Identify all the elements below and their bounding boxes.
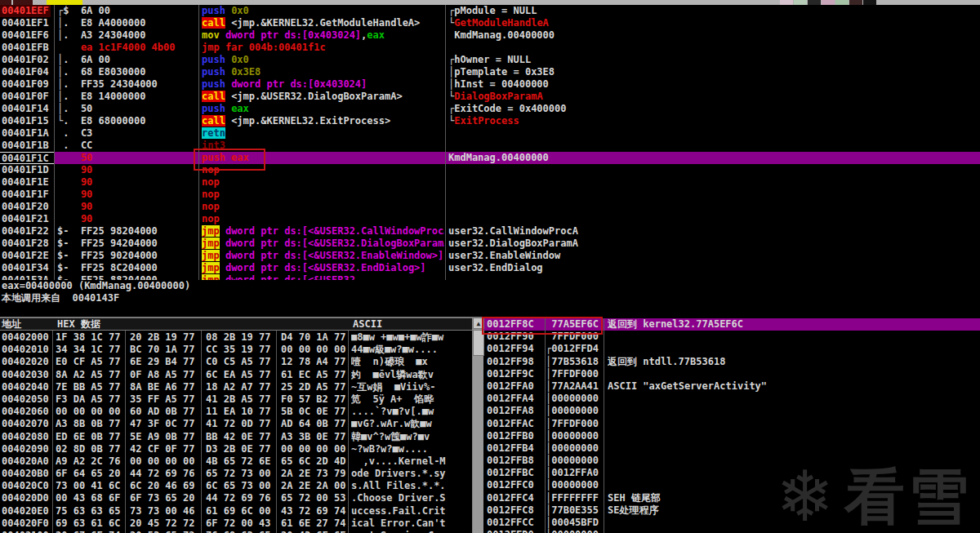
- scroll-up-icon[interactable]: ▲: [473, 318, 484, 329]
- hex-bytes-cell: F3 DA A5 77: [56, 393, 120, 406]
- stack-row[interactable]: 0012FFA0│77A2AA41ASCII "axGetServerActiv…: [483, 380, 980, 393]
- hexdump-row[interactable]: 004020A0A9 A2 2C 7600 00 00 004B 65 72 6…: [0, 455, 472, 468]
- stack-comment-cell: [608, 479, 980, 491]
- stack-address-cell: 0012FFCC: [487, 517, 534, 529]
- bytes-cell: 90: [57, 164, 92, 176]
- hexdump-row[interactable]: 004020D000 43 68 6F6F 73 65 2044 72 69 7…: [0, 492, 472, 504]
- disasm-row[interactable]: 00401F1F 90nop: [0, 189, 980, 201]
- hex-bytes-cell: CC 35 19 77: [206, 344, 270, 356]
- disasm-row[interactable]: 00401F1B . CCint3: [0, 140, 980, 152]
- stack-row[interactable]: 0012FF8C 77A5EF6C返回到 kernel32.77A5EF6C: [483, 318, 980, 331]
- disasm-row[interactable]: 00401F20 90nop: [0, 201, 980, 213]
- hex-bytes-cell: 18 A2 A7 77: [206, 381, 270, 393]
- stack-address-cell: 0012FF94: [487, 343, 534, 355]
- hex-bytes-cell: 6C 20 46 69: [130, 480, 194, 492]
- instruction-cell: jmp dword ptr ds:[<&USER32.DialogBoxPara…: [202, 238, 444, 250]
- stack-row[interactable]: 0012FF9C│7FFDF000: [483, 368, 980, 380]
- ascii-cell: ■vG?.wAr.w歆■w: [351, 418, 470, 430]
- disasm-row[interactable]: 00401F02│. 6A 00push 0x0┌hOwner = NULL: [0, 54, 980, 66]
- disasm-row[interactable]: 00401F14│. 50push eax┌ExitCode = 0x40000…: [0, 103, 980, 115]
- hex-bytes-cell: 20 67 6F 74: [56, 530, 120, 533]
- hexdump-row[interactable]: 0040201034 34 1C 77BC 70 1A 77CC 35 19 7…: [0, 344, 472, 356]
- hexdump-pane[interactable]: 地址 HEX 数据 ASCII 004020001F 38 1C 7720 2B…: [0, 318, 472, 533]
- column-divider: [52, 318, 53, 533]
- hexdump-row[interactable]: 004020308A A2 A5 770F A8 A5 776C EA A5 7…: [0, 369, 472, 381]
- disasm-row[interactable]: 00401F1E 90nop: [0, 176, 980, 189]
- address-cell: 00401F14: [0, 103, 54, 115]
- stack-row[interactable]: 0012FFB8│00000000: [483, 455, 980, 467]
- disasm-row[interactable]: 00401F1A . C3retn: [0, 127, 980, 140]
- disasm-row[interactable]: 00401F0F│. E8 14000000call <jmp.&USER32.…: [0, 91, 980, 103]
- stack-address-cell: 0012FFD0: [487, 529, 534, 533]
- address-cell: 00401F02: [0, 54, 54, 66]
- hex-bytes-cell: 8A BE A6 77: [130, 381, 194, 393]
- disasm-row[interactable]: 00401EEF┌$ 6A 00push 0x0┌pModule = NULL: [0, 5, 980, 17]
- hexdump-row[interactable]: 004020E075 63 63 6573 73 00 4661 69 6C 0…: [0, 505, 472, 517]
- stack-row[interactable]: 0012FF98│77B53618返回到 ntdll.77B53618: [483, 356, 980, 368]
- disasm-row[interactable]: 00401EF1│. E8 A4000000call <jmp.&KERNEL3…: [0, 17, 980, 29]
- disasm-row[interactable]: 00401F09│. FF35 24304000push dword ptr d…: [0, 78, 980, 91]
- hex-bytes-cell: 00 00 00 00: [130, 455, 194, 468]
- bytes-cell: $- FF25 88204000: [57, 274, 158, 280]
- stack-row[interactable]: 0012FFC4│FFFFFFFFSEH 链尾部: [483, 492, 980, 504]
- hexdump-scrollbar[interactable]: ▲: [472, 318, 483, 533]
- stack-row[interactable]: 0012FF94┌0012FFD4: [483, 343, 980, 355]
- stack-row[interactable]: 0012FFC0│00000000: [483, 479, 980, 491]
- bytes-cell: │. 6A 00: [57, 54, 110, 66]
- stack-pane[interactable]: 0012FF8C 77A5EF6C返回到 kernel32.77A5EF6C00…: [483, 318, 980, 533]
- disasm-row[interactable]: 00401F1C 50push eaxKmdManag.00400000: [0, 152, 980, 164]
- stack-row[interactable]: 0012FFD0└00000000: [483, 529, 980, 533]
- hex-bytes-cell: 4B 65 72 6E: [206, 455, 270, 468]
- hexdump-rows: 004020001F 38 1C 7720 2B 19 7708 2B 19 7…: [0, 331, 472, 533]
- disasm-row[interactable]: 00401F3A$- FF25 88204000jmp dword ptr ds…: [0, 274, 980, 280]
- stack-row[interactable]: 0012FFA4│00000000: [483, 393, 980, 405]
- address-cell: 004020A0: [2, 455, 49, 468]
- stack-row[interactable]: 0012FFA8│00000000: [483, 405, 980, 417]
- hex-bytes-cell: A9 A2 2C 76: [56, 455, 120, 468]
- stack-row[interactable]: 0012FFB0│00000000: [483, 430, 980, 442]
- scrollbar-thumb[interactable]: [473, 330, 484, 356]
- stack-row[interactable]: 0012FFBC│0012FFA0: [483, 467, 980, 479]
- hexdump-row[interactable]: 004020001F 38 1C 7720 2B 19 7708 2B 19 7…: [0, 331, 472, 344]
- disasm-row[interactable]: 00401F2E$- FF25 90204000jmp dword ptr ds…: [0, 250, 980, 262]
- disasm-row[interactable]: 00401EFB ea 1c1F4000 4b00jmp far 004b:00…: [0, 42, 980, 54]
- disasm-row[interactable]: 00401F04│. 68 E8030000push 0x3E8│pTempla…: [0, 66, 980, 78]
- hexdump-row[interactable]: 0040210020 67 6F 7420 53 65 7276 69 63 6…: [0, 530, 472, 533]
- stack-row[interactable]: 0012FFAC│7FFDF000: [483, 418, 980, 430]
- hexdump-row[interactable]: 004020B06F 64 65 2044 72 69 7665 72 73 0…: [0, 468, 472, 480]
- disasm-row[interactable]: 00401F22$- FF25 98204000jmp dword ptr ds…: [0, 225, 980, 238]
- stack-row[interactable]: 0012FFC8│77B0E355SE处理程序: [483, 504, 980, 517]
- disassembly-pane[interactable]: 00401EEF┌$ 6A 00push 0x0┌pModule = NULL0…: [0, 5, 980, 280]
- hexdump-row[interactable]: 00402080ED 6E 0B 775E A9 0B 77BB 42 0E 7…: [0, 431, 472, 443]
- stack-address-cell: 0012FFB4: [487, 442, 534, 455]
- hexdump-row[interactable]: 004020F069 63 61 6C20 45 72 726F 72 00 4…: [0, 517, 472, 530]
- instruction-cell: push 0x3E8: [202, 66, 444, 78]
- disasm-row[interactable]: 00401F15└. E8 68000000call <jmp.&KERNEL3…: [0, 115, 980, 127]
- disasm-row[interactable]: 00401F1D 90nop: [0, 164, 980, 176]
- hex-bytes-cell: 2A 2E 2A 00: [281, 480, 345, 492]
- instruction-cell: call <jmp.&KERNEL32.GetModuleHandleA>: [202, 17, 444, 29]
- hexdump-row[interactable]: 00402070A3 8B 0B 7747 3F 0C 7741 72 0D 7…: [0, 418, 472, 430]
- hexdump-row[interactable]: 00402020E0 CF A5 776E 29 B4 77C0 C5 A5 7…: [0, 356, 472, 368]
- hex-bytes-cell: 5B 0C 0E 77: [281, 406, 345, 418]
- stack-row[interactable]: 0012FFCC│00045BFD: [483, 517, 980, 529]
- hexdump-row[interactable]: 004020C073 00 41 6C6C 20 46 696C 65 73 0…: [0, 480, 472, 492]
- hexdump-row[interactable]: 00402050F3 DA A5 7735 FF A5 7741 2B A5 7…: [0, 393, 472, 406]
- hexdump-row[interactable]: 0040206000 00 00 0060 AD 0B 7711 EA 10 7…: [0, 406, 472, 418]
- stack-row[interactable]: 0012FFB4│00000000: [483, 442, 980, 455]
- stack-comment-cell: [608, 442, 980, 455]
- disasm-row[interactable]: 00401EF6│. A3 24304000mov dword ptr ds:[…: [0, 29, 980, 42]
- stack-row[interactable]: 0012FF90 7FFDF000: [483, 331, 980, 343]
- hex-bytes-cell: 00 43 68 6F: [56, 492, 120, 504]
- hex-bytes-cell: 73 00 41 6C: [56, 480, 120, 492]
- disasm-row[interactable]: 00401F28$- FF25 94204000jmp dword ptr ds…: [0, 238, 980, 250]
- hex-bytes-cell: 0F A8 A5 77: [130, 369, 194, 381]
- address-cell: 004020D0: [2, 492, 49, 504]
- hexdump-row[interactable]: 004020407E BB A5 778A BE A6 7718 A2 A7 7…: [0, 381, 472, 393]
- stack-address-cell: 0012FFB8: [487, 455, 534, 467]
- hexdump-row[interactable]: 0040209002 8D 0B 7742 CF 0F 77D3 2B 0E 7…: [0, 443, 472, 455]
- hex-bytes-cell: 1F 38 1C 77: [56, 331, 120, 344]
- disasm-row[interactable]: 00401F21 90nop: [0, 213, 980, 225]
- ascii-cell: ....`?v■?v[.■w: [351, 406, 470, 418]
- disasm-row[interactable]: 00401F34$- FF25 8C204000jmp dword ptr ds…: [0, 262, 980, 274]
